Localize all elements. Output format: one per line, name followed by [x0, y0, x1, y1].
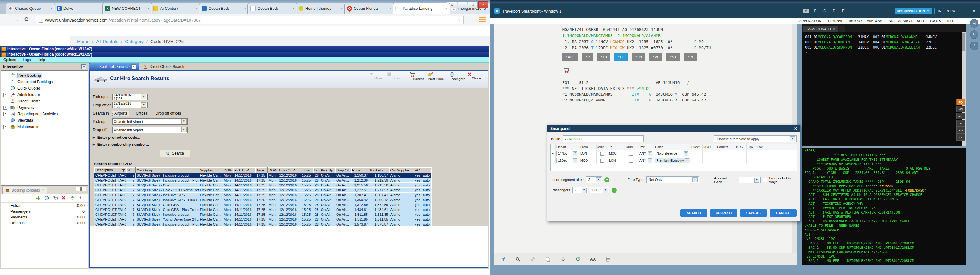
command-button-td[interactable]: *TD — [597, 54, 610, 61]
sidebar-item-new-booking[interactable]: New Booking — [1, 72, 88, 79]
account-code-select[interactable]: ▼ — [739, 177, 761, 183]
tab-close-icon[interactable]: ✕ — [340, 7, 343, 11]
help-tool-button[interactable]: ? — [970, 41, 978, 50]
close-icon[interactable]: ✕ — [833, 27, 835, 30]
column-header-d[interactable]: D — [313, 168, 320, 173]
insert-segment-select[interactable]: 2▼ — [586, 176, 602, 183]
depart-date-select[interactable]: 12Dec▼ — [557, 158, 578, 163]
screenshot-tool-button[interactable]: ▣ — [970, 19, 978, 27]
cancel-button[interactable]: CANCEL — [770, 209, 797, 217]
copy-icon[interactable] — [544, 256, 551, 262]
close-icon[interactable]: ✕ — [794, 126, 797, 131]
menu-item-tools[interactable]: TOOLS — [929, 19, 941, 23]
column-header-t[interactable]: T — [422, 168, 431, 173]
close-icon[interactable]: ✕ — [972, 9, 976, 13]
sidebar-item-completed-bookings[interactable]: Completed Bookings — [1, 79, 88, 85]
search-in-option[interactable]: Airports — [112, 111, 129, 116]
table-row[interactable]: CHEVROLET TAHOE ...7SUV(Full Size) - Gol… — [94, 207, 431, 212]
smartpanel-title-bar[interactable]: Smartpanel ✕ — [547, 125, 800, 132]
time-select[interactable]: ANY▼ — [638, 151, 653, 156]
column-header-supplier[interactable]: Supplier — [199, 168, 223, 173]
panel-maximize-icon[interactable]: □ — [81, 187, 86, 191]
depart-date-select[interactable]: 14Nov▼ — [557, 151, 578, 156]
sidebar-item-payments[interactable]: +Payments — [1, 104, 88, 111]
minimize-button[interactable]: − — [458, 1, 467, 8]
column-header-time[interactable]: Time — [255, 168, 268, 173]
passenger-type-select[interactable]: ITX▼ — [590, 187, 609, 193]
browser-tab[interactable]: Ocean Beds✕ — [199, 3, 249, 14]
sidebar-item-quick-quotes[interactable]: Quick Quotes — [1, 85, 88, 92]
fontsize-icon[interactable]: AA — [590, 256, 596, 262]
table-row[interactable]: CHEVROLET TAHOE ...7SUV(Full Size) - Inc… — [94, 178, 431, 183]
command-button-p[interactable]: *P — [582, 54, 593, 61]
window-letter-c[interactable]: C — [822, 9, 827, 13]
menu-item-sell[interactable]: SELL — [916, 19, 925, 23]
browser-tab[interactable]: XNEW CORRECT✕ — [102, 3, 153, 14]
table-row[interactable]: CHEVROLET TAHOE ...7SUV(Full Size) - Gol… — [94, 183, 431, 188]
column-header-car-group[interactable]: Car Group — [135, 168, 199, 173]
pick-up-at-field[interactable]: 14/11/2016 17:25▼ — [112, 93, 148, 100]
add-icon[interactable] — [36, 196, 41, 201]
app-title-bar[interactable]: Interactive - Ocean-Florida (code: wMkzL… — [0, 46, 489, 52]
breadcrumb-link[interactable]: All Rentals — [96, 39, 118, 44]
search-button[interactable]: Search — [159, 150, 190, 157]
menu-item-window[interactable]: WINDOW — [867, 19, 882, 23]
restore-icon[interactable] — [963, 9, 967, 13]
tab-close-icon[interactable]: ✕ — [99, 7, 101, 11]
booking-contents-tab[interactable]: Booking contents ✕ — [2, 187, 47, 194]
menu-item-pnr[interactable]: PNR — [886, 19, 893, 23]
column-header-basket[interactable]: Basket ▼ — [369, 168, 389, 173]
bookmark-star-icon[interactable]: ☆ — [457, 17, 461, 23]
browser-tab[interactable]: Home | themep✕ — [296, 3, 346, 14]
connection-on-toggle[interactable]: ON — [934, 8, 944, 14]
filter-icon[interactable] — [122, 169, 125, 172]
sync-tool-button[interactable]: ↻ — [970, 30, 978, 39]
multi-checkbox[interactable] — [600, 152, 604, 155]
template-select[interactable]: Choose a template to apply... ▼ — [714, 135, 797, 142]
column-header-price[interactable]: Price — [351, 168, 369, 173]
command-button-all[interactable]: *ALL — [562, 54, 578, 61]
chevron-down-icon[interactable]: ▼ — [181, 127, 186, 132]
quick-button-mq[interactable]: MQ — [956, 106, 965, 112]
multi-checkbox[interactable] — [629, 159, 633, 163]
delete-icon[interactable] — [62, 196, 67, 201]
refresh-icon[interactable] — [574, 256, 581, 262]
sidebar-item-administrator[interactable]: +Administrator — [1, 92, 88, 98]
pane-splitter[interactable] — [802, 146, 966, 148]
menu-item-history[interactable]: HISTORY — [848, 19, 863, 23]
table-row[interactable]: CHEVROLET TAHOE ...7SUV(Full Size) - Gol… — [94, 188, 431, 193]
info-icon[interactable]: i — [79, 196, 84, 201]
tab-close-icon[interactable]: ✕ — [389, 7, 392, 11]
quick-button-tq[interactable]: TQ — [956, 99, 965, 106]
search-icon[interactable] — [514, 256, 521, 262]
menu-item-terminal[interactable]: TERMINAL — [826, 19, 843, 23]
column-header-s[interactable]: S — [126, 168, 135, 173]
table-row[interactable]: CHEVROLET TAHOE ...7SUV(Full Size) - Inc… — [94, 212, 431, 217]
window-letter-d[interactable]: D — [831, 9, 837, 13]
refresh-button[interactable]: REFRESH — [710, 209, 737, 217]
browser-tab[interactable]: Paradise Landing✕ — [393, 3, 450, 14]
settings-icon[interactable] — [560, 256, 566, 262]
column-header-pick-up[interactable]: Pick Up — [320, 168, 335, 173]
save-as-button[interactable]: SAVE AS — [740, 209, 767, 217]
breadcrumb-link[interactable]: Category — [125, 39, 144, 44]
search-button[interactable]: SEARCH — [681, 209, 708, 217]
fare-type-select[interactable]: Net Only▼ — [646, 176, 699, 183]
multi-checkbox[interactable] — [629, 152, 633, 155]
table-row[interactable]: CHEVROLET TAHOE ...7SUV(Full Size) - Inc… — [94, 198, 431, 202]
tab-direct-clients-search[interactable]: Direct Clients Search — [140, 63, 188, 70]
url-box[interactable]: www.reunionvacationhomes.com/vacation-re… — [36, 16, 464, 24]
table-row[interactable]: CHEVROLET TAHOE ...7SUV(Full Size) - You… — [94, 217, 431, 222]
tab-close-icon[interactable]: ✕ — [196, 7, 198, 11]
basket-button[interactable]: Basket — [409, 72, 427, 81]
sidebar-item-viewdata[interactable]: Viewdata — [1, 117, 88, 123]
menu-item-application[interactable]: APPLICATION — [799, 19, 821, 23]
column-header-car-supplier[interactable]: Car Supplier — [389, 168, 414, 173]
sidebar-item-reporting-and-analytics[interactable]: +Reporting and Analytics — [1, 111, 88, 117]
terminal-pane-right[interactable]: 1-*-MCDONALD✕ + 001 01MCDONALD/CAMERON 3… — [802, 24, 966, 265]
sidebar-minimize-icon[interactable]: − — [81, 65, 86, 69]
expand-icon[interactable]: + — [3, 106, 7, 110]
add-segment-button[interactable]: + — [604, 177, 609, 182]
clock-icon[interactable] — [45, 196, 49, 201]
quick-button-fs[interactable]: FS — [956, 134, 965, 141]
